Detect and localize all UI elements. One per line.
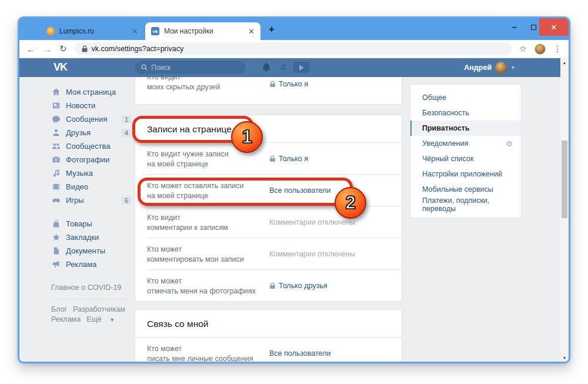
tab-vk-settings[interactable]: vk Мои настройки ✕ (145, 22, 260, 40)
row-value[interactable]: Только я (269, 80, 308, 88)
settings-nav-mobile[interactable]: Мобильные сервисы (410, 182, 521, 197)
sidebar-item-messages[interactable]: Сообщения 1 (51, 112, 133, 126)
row-label: Кто может писать мне личные сообщения (147, 343, 268, 362)
megaphone-icon (51, 260, 61, 269)
sidebar-label: Сообщения (66, 115, 108, 123)
tab-title: Мои настройки (164, 27, 243, 35)
browser-titlebar: Lumpics.ru ✕ vk Мои настройки ✕ + – ✕ (19, 18, 569, 40)
tab-lumpics[interactable]: Lumpics.ru ✕ (41, 22, 144, 40)
camera-icon (51, 155, 61, 164)
settings-nav-security[interactable]: Безопасность (410, 105, 521, 121)
browser-viewport: VK ♫ Андрей ▼ (19, 58, 569, 362)
refresh-icon[interactable]: ↻ (59, 44, 67, 54)
sidebar-item-communities[interactable]: Сообщества (51, 139, 133, 153)
sidebar-label: Видео (66, 182, 88, 191)
vk-favicon-icon: vk (151, 27, 159, 35)
browser-profile-avatar[interactable] (534, 44, 546, 55)
row-value[interactable]: Только я (269, 155, 308, 163)
privacy-row-private-messages: Кто может писать мне личные сообщения Вс… (135, 338, 402, 362)
lumpics-favicon-icon (46, 27, 55, 35)
callout-badge-2: 2 (335, 187, 366, 219)
settings-nav-card: Общее Безопасность Приватность Уведомлен… (410, 84, 522, 218)
gear-icon[interactable]: ⚙ (506, 139, 513, 148)
lock-icon (269, 81, 276, 88)
settings-nav-apps[interactable]: Настройки приложений (410, 166, 521, 182)
address-bar[interactable]: vk.com/settings?act=privacy (75, 42, 512, 55)
sidebar-item-news[interactable]: Новости (51, 99, 133, 112)
settings-nav-notifications[interactable]: Уведомления⚙ (410, 136, 521, 151)
film-icon (51, 182, 61, 191)
friends-count-badge: 4 (122, 129, 131, 137)
row-value: Комментарии отключены (269, 250, 355, 258)
footer-link-developers[interactable]: Разработчикам (73, 305, 125, 313)
sidebar-label: Документы (66, 246, 105, 255)
settings-nav-payments[interactable]: Платежи, подписки, переводы (410, 197, 521, 212)
people-icon (51, 142, 61, 151)
sidebar-item-documents[interactable]: Документы (51, 244, 133, 258)
notifications-bell-icon[interactable] (262, 62, 271, 72)
section-title-contact: Связь со мной (135, 310, 402, 338)
privacy-card-top: Кто видит моих скрытых друзей Только я (135, 77, 402, 105)
vk-search-box[interactable] (135, 61, 245, 74)
new-tab-button[interactable]: + (269, 24, 275, 35)
sidebar-item-games[interactable]: Игры 6 (51, 193, 133, 207)
sidebar-item-ads[interactable]: Реклама (51, 258, 133, 271)
sidebar-label: Товары (66, 219, 92, 228)
callout-badge-1: 1 (231, 121, 263, 153)
sidebar-item-photos[interactable]: Фотографии (51, 153, 133, 166)
user-name: Андрей (464, 64, 492, 72)
settings-nav-privacy[interactable]: Приватность (410, 121, 521, 136)
vk-logo[interactable]: VK (54, 61, 67, 74)
browser-toolbar: ← → ↻ vk.com/settings?act=privacy ☆ ⋮ (19, 40, 569, 58)
message-bubble-icon (51, 115, 61, 123)
video-icon[interactable] (293, 62, 309, 73)
tab-title: Lumpics.ru (59, 27, 127, 35)
sidebar-label: Фотографии (66, 155, 109, 164)
vk-user-menu[interactable]: Андрей ▼ (464, 58, 516, 77)
back-icon[interactable]: ← (26, 44, 35, 54)
sidebar-covid-link[interactable]: Главное о COVID-19 (51, 281, 133, 294)
music-icon[interactable]: ♫ (280, 61, 286, 71)
privacy-card-contact: Связь со мной Кто может писать мне личны… (135, 309, 402, 362)
browser-menu-icon[interactable]: ⋮ (553, 44, 562, 54)
scrollbar-thumb[interactable] (562, 141, 567, 218)
scroll-up-icon[interactable]: ▲ (560, 58, 569, 66)
scroll-down-icon[interactable]: ▼ (560, 353, 569, 362)
search-input[interactable] (151, 64, 228, 72)
sidebar-item-market[interactable]: Товары (51, 217, 133, 231)
tab-close-icon[interactable]: ✕ (248, 28, 255, 35)
footer-link-ads[interactable]: Реклама (51, 315, 81, 323)
sidebar-label: Закладки (66, 233, 99, 242)
minimize-button[interactable]: – (505, 18, 524, 36)
footer-link-blog[interactable]: Блог (51, 305, 67, 313)
row-label: Кто видит комментарии к записям (147, 212, 268, 233)
sidebar-item-friends[interactable]: Друзья 4 (51, 126, 133, 139)
sidebar-item-music[interactable]: Музыка (51, 166, 133, 180)
https-lock-icon (82, 45, 88, 52)
lock-icon (269, 282, 276, 289)
row-label: Кто может отмечать меня на фотографиях (147, 276, 268, 296)
sidebar-label: Моя страница (66, 88, 116, 96)
footer-link-more[interactable]: Ещё ▼ (86, 315, 121, 323)
sidebar-label: Сообщества (66, 142, 111, 151)
sidebar-label: Реклама (66, 260, 96, 269)
settings-nav-general[interactable]: Общее (410, 90, 521, 105)
screenshot-stage: Lumpics.ru ✕ vk Мои настройки ✕ + – ✕ ← … (0, 0, 588, 384)
row-value[interactable]: Все пользователи (269, 349, 330, 358)
row-label: Кто видит моих скрытых друзей (147, 77, 268, 92)
forward-icon[interactable]: → (43, 44, 52, 54)
person-icon (51, 128, 61, 137)
close-button[interactable]: ✕ (539, 18, 569, 36)
settings-nav-blacklist[interactable]: Чёрный список (410, 151, 521, 166)
row-value[interactable]: Только друзья (269, 282, 328, 290)
star-icon (51, 233, 61, 242)
sidebar-item-bookmarks[interactable]: Закладки (51, 231, 133, 244)
home-icon (51, 88, 61, 96)
sidebar-item-my-page[interactable]: Моя страница (51, 85, 133, 99)
chevron-down-icon: ▼ (510, 65, 516, 71)
sidebar-label: Друзья (66, 128, 91, 137)
tab-close-icon[interactable]: ✕ (132, 28, 138, 35)
page-scrollbar[interactable]: ▲ ▼ (560, 58, 569, 362)
sidebar-item-video[interactable]: Видео (51, 180, 133, 193)
bookmark-star-icon[interactable]: ☆ (519, 44, 527, 54)
